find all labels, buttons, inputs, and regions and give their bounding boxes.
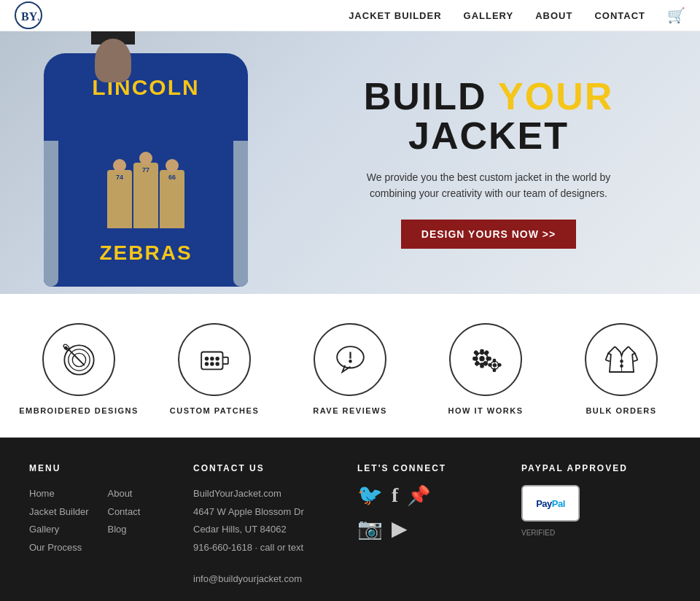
footer-contact-col: CONTACT US BuildYourJacket.com 4647 W Ap… bbox=[193, 463, 343, 588]
player-2: 77 bbox=[133, 163, 158, 228]
jacket-icon bbox=[602, 340, 642, 380]
feature-patches[interactable]: CUSTOM PATCHES bbox=[152, 323, 276, 415]
pinterest-icon[interactable]: 📌 bbox=[407, 486, 430, 505]
feature-reviews[interactable]: RAVE REVIEWS bbox=[288, 323, 412, 415]
footer-nav-home[interactable]: Home bbox=[29, 485, 101, 503]
footer-connect-title: LET'S CONNECT bbox=[357, 463, 507, 473]
footer-paypal-title: PAYPAL APPROVED bbox=[521, 463, 671, 473]
footer: MENU Home About Jacket Builder Contact G… bbox=[0, 438, 700, 601]
jacket-lincoln-text: LINCOLN bbox=[44, 75, 248, 100]
svg-line-4 bbox=[67, 348, 85, 365]
svg-point-13 bbox=[216, 357, 219, 360]
main-nav: BYJ JACKET BUILDER GALLERY ABOUT CONTACT… bbox=[0, 0, 700, 31]
footer-website: BuildYourJacket.com bbox=[193, 485, 343, 503]
svg-line-37 bbox=[605, 360, 610, 361]
svg-point-31 bbox=[493, 364, 496, 367]
facebook-icon[interactable]: f bbox=[392, 485, 398, 505]
cart-icon[interactable]: 🛒 bbox=[667, 7, 685, 24]
footer-nav-contact[interactable]: Contact bbox=[108, 503, 179, 521]
speech-icon bbox=[330, 340, 370, 380]
footer-nav-our-process[interactable]: Our Process bbox=[29, 539, 101, 557]
feature-bulk-orders[interactable]: BULK ORDERS bbox=[559, 323, 683, 415]
paypal-logo: PayPal bbox=[536, 498, 565, 509]
hero-text-block: BUILD YOUR JACKET We provide you the bes… bbox=[299, 31, 678, 294]
hero-subtitle: We provide you the best custom jacket in… bbox=[343, 169, 634, 202]
bulk-orders-icon-circle bbox=[585, 323, 658, 396]
feature-how-it-works[interactable]: HOW IT WORKS bbox=[424, 323, 548, 415]
patches-icon bbox=[195, 340, 235, 380]
svg-rect-25 bbox=[486, 357, 491, 360]
reviews-icon-circle bbox=[314, 323, 386, 396]
features-section: EMBROIDERED DESIGNS CUSTOM PATCHES bbox=[0, 294, 700, 437]
hero-title-jacket: JACKET bbox=[408, 115, 569, 157]
footer-menu-col: MENU Home About Jacket Builder Contact G… bbox=[29, 463, 179, 588]
svg-point-15 bbox=[211, 362, 214, 365]
svg-point-14 bbox=[205, 362, 208, 365]
svg-line-39 bbox=[634, 360, 638, 361]
jacket-zebras-text: ZEBRAS bbox=[44, 241, 248, 265]
svg-point-21 bbox=[480, 356, 484, 360]
logo[interactable]: BYJ bbox=[15, 1, 42, 29]
footer-social-icons-row2: 📷 ▶ bbox=[357, 519, 507, 539]
youtube-icon[interactable]: ▶ bbox=[392, 519, 408, 539]
needle-icon bbox=[59, 340, 99, 380]
player-3: 66 bbox=[160, 170, 184, 228]
svg-rect-35 bbox=[498, 364, 501, 366]
instagram-icon[interactable]: 📷 bbox=[357, 519, 383, 539]
nav-links: JACKET BUILDER GALLERY ABOUT CONTACT 🛒 bbox=[349, 7, 685, 24]
player-jersey-1: 74 bbox=[107, 174, 132, 181]
svg-rect-22 bbox=[481, 349, 483, 354]
gears-icon bbox=[466, 340, 506, 380]
footer-phone: 916-660-1618 · call or text bbox=[193, 539, 343, 557]
nav-jacket-builder[interactable]: JACKET BUILDER bbox=[349, 10, 441, 21]
svg-point-11 bbox=[205, 357, 208, 360]
svg-point-6 bbox=[64, 346, 66, 349]
feature-embroidered[interactable]: EMBROIDERED DESIGNS bbox=[17, 323, 141, 415]
footer-contact-title: CONTACT US bbox=[193, 463, 343, 473]
nav-contact[interactable]: CONTACT bbox=[594, 10, 645, 21]
paypal-badge[interactable]: PayPal bbox=[521, 485, 580, 521]
footer-nav-grid: Home About Jacket Builder Contact Galler… bbox=[29, 485, 179, 557]
footer-menu-title: MENU bbox=[29, 463, 179, 473]
svg-point-12 bbox=[211, 357, 214, 360]
patches-icon-circle bbox=[178, 323, 251, 396]
svg-rect-33 bbox=[493, 368, 495, 371]
hero-title: BUILD YOUR JACKET bbox=[299, 77, 678, 156]
nav-gallery[interactable]: GALLERY bbox=[464, 10, 514, 21]
player-jersey-3: 66 bbox=[160, 174, 184, 181]
how-it-works-icon-circle bbox=[449, 323, 522, 396]
footer-address: 4647 W Apple Blossom Dr bbox=[193, 503, 343, 521]
svg-line-36 bbox=[605, 353, 608, 360]
svg-point-42 bbox=[621, 365, 623, 367]
footer-email[interactable]: info@buildyourjacket.com bbox=[193, 570, 343, 589]
hero-section: LINCOLN 74 77 66 ZEBRAS BUILD YOUR JACK bbox=[0, 31, 700, 294]
twitter-icon[interactable]: 🐦 bbox=[357, 485, 383, 505]
nav-about[interactable]: ABOUT bbox=[535, 10, 572, 21]
footer-social-icons: 🐦 f 📌 bbox=[357, 485, 507, 505]
footer-nav-jacket-builder[interactable]: Jacket Builder bbox=[29, 503, 101, 521]
svg-rect-34 bbox=[489, 364, 491, 366]
svg-rect-32 bbox=[493, 359, 495, 362]
paypal-verified: VERIFIED bbox=[521, 526, 671, 540]
reviews-label: RAVE REVIEWS bbox=[313, 406, 387, 415]
footer-nav-blog[interactable]: Blog bbox=[108, 521, 179, 539]
footer-social-col: LET'S CONNECT 🐦 f 📌 📷 ▶ bbox=[357, 463, 507, 588]
hero-jacket-image: LINCOLN 74 77 66 ZEBRAS bbox=[0, 31, 306, 294]
design-cta-button[interactable]: DESIGN YOURS NOW >> bbox=[401, 220, 576, 249]
svg-point-19 bbox=[349, 360, 351, 362]
svg-rect-26 bbox=[474, 350, 478, 354]
jacket-body: LINCOLN 74 77 66 ZEBRAS bbox=[44, 53, 248, 287]
svg-rect-7 bbox=[201, 352, 222, 369]
svg-point-41 bbox=[621, 360, 623, 362]
svg-text:BYJ: BYJ bbox=[21, 10, 39, 23]
svg-rect-23 bbox=[481, 363, 483, 368]
embroidered-label: EMBROIDERED DESIGNS bbox=[19, 406, 139, 415]
patches-label: CUSTOM PATCHES bbox=[170, 406, 259, 415]
footer-nav-gallery[interactable]: Gallery bbox=[29, 521, 101, 539]
footer-paypal-col: PAYPAL APPROVED PayPal VERIFIED bbox=[521, 463, 671, 588]
footer-nav-about[interactable]: About bbox=[108, 485, 179, 503]
how-it-works-label: HOW IT WORKS bbox=[448, 406, 524, 415]
svg-rect-27 bbox=[475, 361, 479, 365]
hero-title-build: BUILD bbox=[364, 75, 498, 117]
hero-title-your: YOUR bbox=[498, 75, 613, 117]
